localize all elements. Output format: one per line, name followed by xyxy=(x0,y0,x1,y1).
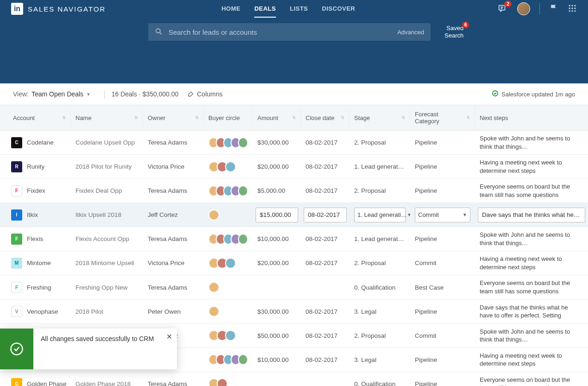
table-row[interactable]: IItkixItkix Upsell 2018Jeff Cortez1. Lea… xyxy=(0,203,588,227)
cell-forecast[interactable]: Pipeline xyxy=(410,184,475,198)
cell-amount[interactable]: $30,000.00 xyxy=(253,135,301,150)
cell-forecast[interactable]: Pipeline xyxy=(410,304,475,319)
cell-stage[interactable]: 0. Qualification xyxy=(350,377,410,386)
table-row[interactable]: FFreshingFreshing Opp NewTeresa Adams0. … xyxy=(0,275,588,299)
cell-forecast[interactable]: Pipeline xyxy=(410,135,475,150)
cell-stage[interactable]: 2. Proposal xyxy=(350,329,410,343)
toast-close-button[interactable]: ✕ xyxy=(166,332,172,341)
sort-icon[interactable]: ⇅ xyxy=(62,115,66,120)
cell-amount[interactable]: $5,000.00 xyxy=(253,184,301,198)
columns-button[interactable]: Columns xyxy=(188,90,222,98)
cell-next[interactable]: Everyone seems on board but the team sti… xyxy=(475,179,588,202)
sort-icon[interactable]: ⇅ xyxy=(195,115,199,120)
cell-next[interactable]: Everyone seems on board but the team sti… xyxy=(475,275,588,299)
col-owner[interactable]: Owner⇅ xyxy=(143,109,204,127)
cell-next[interactable]: Spoke with John and he seems to think th… xyxy=(475,324,588,348)
col-name[interactable]: Name⇅ xyxy=(71,109,143,127)
amount-input[interactable] xyxy=(256,208,298,222)
buyer-circle-avatars[interactable] xyxy=(208,378,248,386)
cell-amount[interactable]: $10,000.00 xyxy=(253,353,301,367)
nav-discover[interactable]: DISCOVER xyxy=(322,0,355,18)
search-input[interactable] xyxy=(169,28,392,36)
table-row[interactable]: CCodelaneCodelane Upsell OppTeresa Adams… xyxy=(0,131,588,155)
cell-amount[interactable]: $20,000.00 xyxy=(253,256,301,270)
col-forecast[interactable]: Forecast Category⇅ xyxy=(410,105,475,130)
cell-next[interactable]: Spoke with John and he seems to think th… xyxy=(475,227,588,251)
saved-search-button[interactable]: Saved Search 6 xyxy=(444,25,463,39)
cell-close[interactable]: 08-02-2017 xyxy=(301,304,350,319)
sort-icon[interactable]: ⇅ xyxy=(292,115,296,120)
cell-next[interactable]: Dave says that he thinks what he have to… xyxy=(475,300,588,323)
close-date-input[interactable] xyxy=(304,208,347,222)
table-row[interactable]: MMintome2018 Mintome UpsellVictoria Pric… xyxy=(0,251,588,275)
cell-amount[interactable] xyxy=(253,380,301,386)
cell-next[interactable]: Having a meeting next week to determine … xyxy=(475,155,588,178)
cell-next[interactable]: Having a meeting next week to determine … xyxy=(475,348,588,372)
cell-amount[interactable]: $30,000.00 xyxy=(253,304,301,319)
buyer-circle-avatars[interactable] xyxy=(208,330,248,341)
forecast-select[interactable]: Commit▼ xyxy=(415,208,470,222)
search-advanced[interactable]: Advanced xyxy=(397,29,424,36)
nav-deals[interactable]: DEALS xyxy=(254,0,276,18)
sort-icon[interactable]: ⇅ xyxy=(401,115,405,120)
flag-icon[interactable] xyxy=(549,4,558,14)
cell-amount[interactable]: $20,000.00 xyxy=(253,159,301,174)
buyer-circle-avatars[interactable] xyxy=(208,354,248,365)
messages-button[interactable]: 2 xyxy=(498,3,508,15)
buyer-circle-avatars[interactable] xyxy=(208,282,248,293)
cell-stage[interactable]: 2. Proposal xyxy=(350,184,410,198)
cell-forecast[interactable]: Commit xyxy=(410,329,475,343)
buyer-circle-avatars[interactable] xyxy=(208,209,248,221)
cell-stage[interactable]: 1. Lead generation xyxy=(350,232,410,246)
cell-close[interactable]: 08-02-2017 xyxy=(301,353,350,367)
col-buyer[interactable]: Buyer circle xyxy=(204,109,253,127)
cell-forecast[interactable]: Commit xyxy=(410,256,475,270)
col-next[interactable]: Next steps xyxy=(475,109,588,127)
cell-forecast[interactable]: Best Case xyxy=(410,280,475,295)
sort-icon[interactable]: ⇅ xyxy=(341,115,344,120)
cell-amount[interactable]: $10,000.00 xyxy=(253,232,301,246)
cell-stage[interactable]: 3. Legal xyxy=(350,304,410,319)
cell-close[interactable]: 08-02-2017 xyxy=(301,232,350,246)
buyer-circle-avatars[interactable] xyxy=(208,258,248,269)
cell-next[interactable]: Having a meeting next week to determine … xyxy=(475,251,588,275)
cell-stage[interactable]: 2. Proposal xyxy=(350,256,410,270)
cell-close[interactable]: 08-02-2017 xyxy=(301,256,350,270)
table-row[interactable]: VVenophase2018 PilotPeter Owen$30,000.00… xyxy=(0,300,588,324)
col-account[interactable]: Account⇅ xyxy=(0,109,71,127)
nav-home[interactable]: HOME xyxy=(221,0,240,18)
apps-icon[interactable] xyxy=(568,4,577,14)
user-avatar[interactable] xyxy=(517,2,530,15)
table-row[interactable]: GGolden PhaseGolden Phase 2018Teresa Ada… xyxy=(0,372,588,386)
buyer-circle-avatars[interactable] xyxy=(208,306,248,317)
next-steps-input[interactable] xyxy=(478,208,585,222)
cell-stage[interactable]: 1. Lead generation xyxy=(350,159,410,174)
stage-select[interactable]: 1. Lead generati…▼ xyxy=(354,208,406,222)
col-close[interactable]: Close date⇅ xyxy=(301,109,350,127)
cell-stage[interactable]: 3. Legal xyxy=(350,353,410,367)
cell-close[interactable]: 08-02-2017 xyxy=(301,184,350,198)
cell-close[interactable]: 08-02-2017 xyxy=(301,329,350,343)
table-row[interactable]: FFlexisFlexis Account OppTeresa Adams$10… xyxy=(0,227,588,251)
cell-close[interactable]: 08-02-2017 xyxy=(301,159,350,174)
cell-close[interactable] xyxy=(301,284,350,291)
cell-forecast[interactable]: Pipeline xyxy=(410,159,475,174)
cell-forecast[interactable]: Pipeline xyxy=(410,377,475,386)
cell-close[interactable] xyxy=(301,380,350,386)
cell-next[interactable]: Spoke with John and he seems to think th… xyxy=(475,131,588,154)
cell-next[interactable]: Everyone seems on board but the team sti… xyxy=(475,372,588,386)
cell-amount[interactable] xyxy=(253,284,301,291)
col-stage[interactable]: Stage⇅ xyxy=(350,109,410,127)
cell-stage[interactable]: 2. Proposal xyxy=(350,135,410,150)
cell-amount[interactable]: $50,000.00 xyxy=(253,329,301,343)
buyer-circle-avatars[interactable] xyxy=(208,234,248,245)
cell-close[interactable]: 08-02-2017 xyxy=(301,135,350,150)
sort-icon[interactable]: ⇅ xyxy=(466,115,470,120)
sort-icon[interactable]: ⇅ xyxy=(134,115,138,120)
cell-forecast[interactable]: Pipeline xyxy=(410,232,475,246)
nav-lists[interactable]: LISTS xyxy=(290,0,308,18)
buyer-circle-avatars[interactable] xyxy=(208,185,248,196)
table-row[interactable]: FFixdexFixdex Deal OppTeresa Adams$5,000… xyxy=(0,179,588,203)
buyer-circle-avatars[interactable] xyxy=(208,137,248,148)
logo[interactable]: in SALES NAVIGATOR xyxy=(11,3,106,15)
